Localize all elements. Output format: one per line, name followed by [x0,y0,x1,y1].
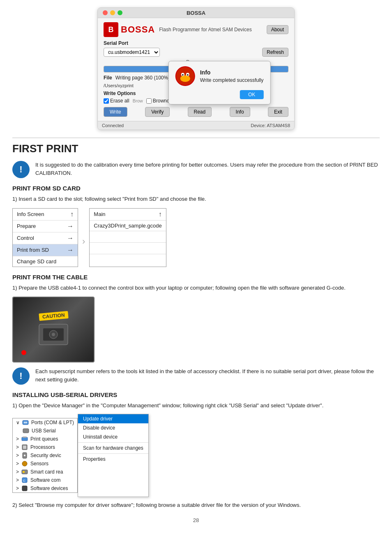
svg-point-5 [187,74,189,76]
menu-label-printfromsd: Print from SD [17,247,49,253]
menu-label-changesdcard: Change SD card [17,258,56,265]
bottom-buttons: Write Verify Read Info Exit [104,107,288,117]
info-dialog-text: Info Write completed successfully [200,69,263,83]
bossa-titlebar: BOSSA [98,8,294,18]
cable-info-text: Each superscript number refers to the to… [35,367,380,383]
devmgr-sensors-label: Sensors [30,461,48,467]
page-number: 28 [12,517,380,523]
sdcard-step1: 1) Insert a SD card to the slot; followi… [12,195,380,203]
file-label: File [104,75,112,81]
ctx-item-updatedriver[interactable]: Update driver [78,414,148,423]
menu-row-empty1 [90,231,166,243]
devmgr-row-softwaredevices[interactable]: > Software devices [13,484,77,492]
ctx-item-uninstalldevice[interactable]: Uninstall device [78,432,148,441]
printqueues-icon [21,436,28,442]
write-button[interactable]: Write [104,107,127,117]
caution-label: CAUTION [39,311,68,321]
info-ok-button[interactable]: OK [240,90,263,99]
devmgr-container: ∨ Ports (COM & LPT) USB Serial > Print q… [12,418,78,493]
right-menu-table: Main ↑ Crazy3DPrint_sample.gcode [89,208,166,267]
maximize-button[interactable] [118,10,122,15]
devmgr-row-security[interactable]: > Security devic [13,451,77,460]
erase-all-checkbox[interactable]: Erase all [104,98,129,104]
info-dialog-message: Write completed successfully [200,77,263,83]
svg-rect-12 [25,422,26,423]
devmgr-row-smartcard[interactable]: > Smart card rea [13,468,77,476]
devmgr-row-softwarecomp[interactable]: > C Software com [13,476,77,484]
drivers-step2: 2) Select "Browse my computer for driver… [12,501,380,509]
svg-point-4 [182,74,184,76]
cable-image-inner: CAUTION [13,297,94,362]
devmgr-printqueues-label: Print queues [30,436,58,442]
expand-icon4: > [16,453,19,458]
devmgr-row-usbserial[interactable]: USB Serial [13,427,77,435]
devmgr-row-processors[interactable]: > Processors [13,443,77,451]
menu-arrow-prepare: → [67,223,74,230]
subsection-title-drivers: INSTALLING USB-SERIAL DRIVERS [12,391,380,398]
menu-chevron: › [82,208,85,267]
status-device: Device: ATSAM4S8 [251,123,290,128]
section-divider-firstprint [12,137,380,138]
subsection-title-cable: PRINT FROM THE CABLE [12,274,380,281]
window-title: BOSSA [187,10,205,16]
serial-port-select[interactable]: cu.usbmodem1421 [104,48,160,57]
menu-row-printfromsd[interactable]: Print from SD → [13,244,78,256]
firstprint-info-icon: ! [12,161,30,178]
bossa-logo-text: BOSSA [121,24,155,35]
security-icon [21,452,28,459]
bossa-tagline: Flash Programmer for Atmel SAM Devices [159,27,251,33]
read-button[interactable]: Read [188,107,212,117]
devmgr-row-printqueues[interactable]: > Print queues [13,435,77,443]
context-menu: Update driver Disable device Uninstall d… [78,414,149,497]
exit-button[interactable]: Exit [268,107,288,117]
cable-step1: 1) Prepare the USB cable4-1 to connect t… [12,284,380,292]
svg-text:C: C [23,479,25,483]
svg-rect-11 [24,422,25,423]
menu-tables: Info Screen ↑ Prepare → Control → Print … [12,208,380,267]
devmgr-processors-label: Processors [30,444,55,450]
minimize-button[interactable] [110,10,115,15]
menu-row-control[interactable]: Control → [13,232,78,244]
firstprint-info-box: ! It is suggested to do the calibration … [12,161,380,178]
menu-row-infoscreen[interactable]: Info Screen ↑ [13,209,78,221]
menu-row-main[interactable]: Main ↑ [90,209,166,221]
main-content: FIRST PRINT ! It is suggested to do the … [0,137,392,536]
svg-point-20 [24,455,25,456]
refresh-button[interactable]: Refresh [262,48,288,57]
svg-rect-26 [22,486,27,491]
processors-icon [21,444,28,451]
svg-point-1 [180,75,190,82]
ctx-item-scanhardware[interactable]: Scan for hardware changes [78,444,148,453]
ctx-item-disabledevice[interactable]: Disable device [78,423,148,432]
info-button[interactable]: Info [230,107,250,117]
devmgr-softwaredevices-label: Software devices [30,485,68,491]
close-button[interactable] [103,10,108,15]
ports-icon [22,419,29,426]
expand-icon3: > [16,444,19,450]
bossa-logo: B BOSSA Flash Programmer for Atmel SAM D… [104,22,252,37]
svg-rect-23 [23,471,25,473]
status-connected: Connected [102,123,124,128]
svg-point-9 [52,333,55,336]
status-bar: Connected Device: ATSAM4S8 [98,121,294,130]
bossa-dialog-wrapper: BOSSA B BOSSA Flash Programmer for Atmel… [97,7,295,130]
bossa-header-row: B BOSSA Flash Programmer for Atmel SAM D… [104,22,288,37]
menu-row-gcode[interactable]: Crazy3DPrint_sample.gcode [90,221,166,231]
ctx-item-properties[interactable]: Properties [78,455,148,464]
verify-button[interactable]: Verify [145,107,170,117]
menu-row-empty3 [90,254,166,266]
svg-rect-14 [23,429,29,433]
menu-row-changesdcard[interactable]: Change SD card [13,256,78,267]
expand-icon5: > [16,461,19,467]
expand-icon2: > [16,436,19,442]
cable-info-box: ! Each superscript number refers to the … [12,367,380,385]
devmgr-smartcard-label: Smart card rea [30,469,63,475]
menu-label-gcode: Crazy3DPrint_sample.gcode [94,223,161,229]
expand-icon8: > [16,485,19,491]
about-button[interactable]: About [267,25,288,34]
svg-rect-16 [23,437,27,438]
menu-label-prepare: Prepare [17,223,36,229]
menu-label-infoscreen: Info Screen [17,211,44,217]
devmgr-row-sensors[interactable]: > Sensors [13,460,77,468]
menu-row-prepare[interactable]: Prepare → [13,221,78,232]
